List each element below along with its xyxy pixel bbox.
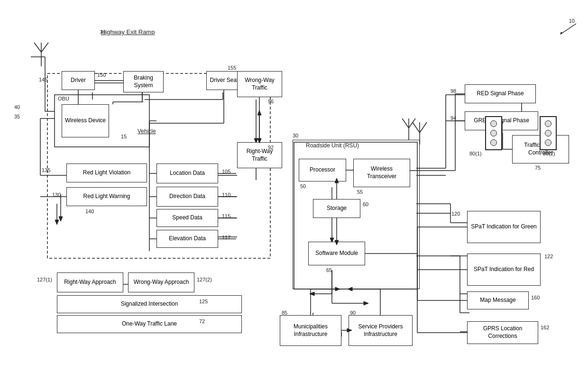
- location-data-box: Location Data: [156, 163, 218, 183]
- ref-30: 30: [293, 133, 298, 138]
- software-module-box: Software Module: [308, 242, 365, 265]
- signalized-intersection-label: Signalized Intersection: [121, 300, 178, 308]
- ref-90: 90: [350, 310, 356, 316]
- wireless-transceiver-box: Wireless Transceiver: [353, 159, 410, 187]
- storage-label: Storage: [327, 205, 347, 212]
- ref-127-2: 127(2): [197, 277, 212, 282]
- svg-line-123: [402, 118, 409, 128]
- direction-data-label: Direction Data: [169, 193, 205, 200]
- braking-system-label: Braking System: [126, 74, 161, 89]
- signalized-intersection-box: Signalized Intersection: [57, 295, 242, 313]
- municipalities-box: Municipalities Infrastructure: [280, 315, 341, 346]
- wireless-device-label: Wireless Device: [65, 117, 106, 125]
- elevation-data-label: Elevation Data: [169, 235, 206, 243]
- obu-label: OBU: [58, 96, 69, 101]
- tl2-red: [545, 120, 551, 127]
- ref-125: 125: [199, 299, 208, 304]
- ref-15: 15: [121, 134, 127, 139]
- red-light-warning-label: Red Light Warning: [83, 193, 130, 200]
- spat-green-box: SPaT Indication for Green: [467, 211, 541, 243]
- braking-system-box: Braking System: [123, 71, 164, 92]
- elevation-data-box: Elevation Data: [156, 230, 218, 248]
- driver-box: Driver: [62, 71, 95, 90]
- antenna-icon: [29, 38, 53, 66]
- map-message-label: Map Message: [480, 297, 515, 304]
- tl1-red: [490, 120, 497, 127]
- wrong-way-approach-box: Wrong-Way Approach: [128, 272, 194, 292]
- ref-55: 55: [357, 189, 363, 195]
- direction-data-box: Direction Data: [156, 187, 218, 207]
- red-light-violation-label: Red Light Violation: [83, 169, 131, 177]
- software-module-label: Software Module: [315, 250, 358, 257]
- ref-127-1: 127(1): [37, 277, 52, 282]
- map-message-box: Map Message: [467, 291, 529, 309]
- ref-160: 160: [531, 295, 540, 300]
- ref-65: 65: [326, 267, 332, 273]
- ref-40: 40: [14, 104, 20, 110]
- ref-110: 110: [222, 192, 230, 198]
- driver-seat-label: Driver Seat: [210, 77, 238, 84]
- ref-120: 120: [451, 211, 460, 217]
- tl2-green: [545, 139, 551, 146]
- svg-marker-127: [55, 220, 59, 225]
- ref-75: 75: [535, 165, 541, 171]
- ref-130: 130: [52, 192, 61, 198]
- vehicle-label: Vehicle: [138, 128, 156, 135]
- ref-162: 162: [541, 325, 549, 330]
- red-light-warning-box: Red Light Warning: [66, 187, 147, 206]
- location-data-label: Location Data: [170, 170, 205, 177]
- ref-140: 140: [85, 209, 94, 214]
- ref-115: 115: [222, 213, 230, 219]
- svg-marker-60: [59, 217, 63, 221]
- driver-label: Driver: [71, 77, 86, 84]
- traffic-light-1: [485, 116, 502, 150]
- ref-35: 35: [14, 114, 20, 119]
- ref-50: 50: [300, 183, 306, 189]
- one-way-traffic-lane-label: One-Way Traffic Lane: [122, 320, 177, 328]
- ref-92: 92: [268, 145, 274, 150]
- ref-155: 155: [228, 65, 236, 71]
- svg-line-124: [409, 118, 415, 128]
- spat-red-label: SPaT Indication for Red: [474, 266, 534, 273]
- tl1-green: [490, 139, 497, 146]
- ref-10: 10: [569, 18, 575, 24]
- wireless-transceiver-label: Wireless Transceiver: [356, 165, 408, 180]
- speed-data-label: Speed Data: [172, 214, 202, 222]
- wireless-device-box: Wireless Device: [62, 104, 109, 137]
- ref-117: 117: [222, 235, 230, 240]
- right-way-traffic-label: Right-Way Traffic: [239, 148, 280, 163]
- ref-70: 70: [100, 29, 105, 35]
- service-providers-box: Service Providers Infrastructure: [349, 315, 413, 346]
- svg-line-57: [420, 122, 427, 133]
- ref-122: 122: [544, 254, 553, 259]
- driver-seat-box: Driver Seat: [206, 71, 242, 90]
- storage-box: Storage: [313, 199, 360, 218]
- rsu-label: Roadside Unit (RSU): [306, 142, 359, 149]
- municipalities-label: Municipalities Infrastructure: [282, 323, 339, 338]
- tl1-yellow: [490, 130, 497, 136]
- ref-145: 145: [39, 77, 47, 82]
- right-way-approach-label: Right-Way Approach: [64, 279, 116, 286]
- ref-80-1: 80(1): [469, 151, 482, 156]
- spat-green-label: SPaT Indication for Green: [471, 223, 537, 231]
- traffic-light-2: [540, 116, 557, 150]
- svg-marker-65: [560, 32, 563, 35]
- red-light-violation-box: Red Light Violation: [66, 163, 147, 182]
- highway-exit-ramp-label: Highway Exit Ramp: [101, 28, 155, 36]
- svg-line-56: [413, 122, 420, 133]
- wrong-way-traffic-label: Wrong-Way Traffic: [239, 77, 280, 91]
- spat-red-box: SPaT Indication for Red: [467, 254, 541, 286]
- one-way-traffic-lane-box: One-Way Traffic Lane: [57, 315, 242, 333]
- ref-105: 105: [222, 169, 230, 174]
- ref-96: 96: [268, 99, 274, 104]
- speed-data-box: Speed Data: [156, 209, 218, 227]
- diagram: 10 Highway Exit Ramp 70 Driver 145 150 B…: [0, 0, 588, 390]
- wrong-way-approach-label: Wrong-Way Approach: [134, 279, 189, 286]
- processor-box: Processor: [299, 159, 346, 181]
- ref-85: 85: [282, 310, 287, 316]
- right-way-traffic-box: Right-Way Traffic: [237, 142, 282, 168]
- svg-line-68: [41, 43, 48, 52]
- right-way-approach-box: Right-Way Approach: [57, 272, 123, 292]
- ref-80-2: 80(2): [543, 151, 555, 156]
- ref-72: 72: [199, 318, 205, 324]
